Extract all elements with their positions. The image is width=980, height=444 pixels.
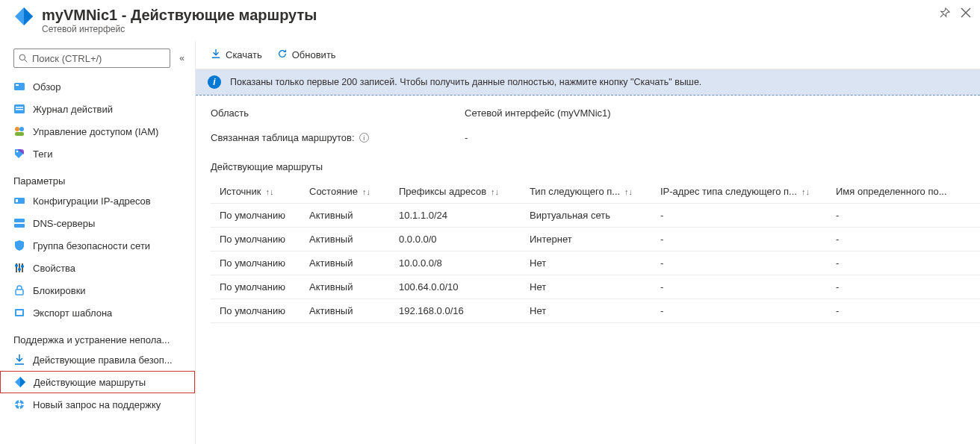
- section-settings: Параметры: [0, 165, 195, 190]
- sidebar-item-properties[interactable]: Свойства: [0, 257, 195, 279]
- resource-icon: [13, 6, 34, 27]
- column-header[interactable]: IP-адрес типа следующего п...↑↓: [651, 180, 827, 204]
- close-icon[interactable]: [961, 7, 971, 20]
- sidebar-item-activity[interactable]: Журнал действий: [0, 98, 195, 120]
- cell-nhip: -: [651, 204, 827, 228]
- cell-prefix: 100.64.0.0/10: [390, 275, 521, 299]
- table-row[interactable]: По умолчаниюАктивный192.168.0.0/16Нет--: [211, 299, 980, 323]
- refresh-label: Обновить: [292, 49, 336, 60]
- table-row[interactable]: По умолчаниюАктивный100.64.0.0/10Нет--: [211, 275, 980, 299]
- svg-point-22: [15, 264, 18, 267]
- svg-rect-4: [14, 83, 25, 90]
- dns-icon: [13, 217, 25, 229]
- cell-nhtype: Нет: [521, 251, 651, 275]
- pin-icon[interactable]: [940, 7, 950, 20]
- sidebar-item-label: Свойства: [33, 263, 75, 274]
- svg-point-13: [16, 151, 19, 153]
- routes-icon: [14, 376, 26, 388]
- sidebar-item-label: DNS-серверы: [33, 218, 95, 229]
- sidebar-item-iam[interactable]: Управление доступом (IAM): [0, 120, 195, 143]
- sidebar-item-routes[interactable]: Действующие маршруты: [0, 371, 195, 393]
- help-icon[interactable]: i: [359, 133, 369, 143]
- cell-prefix: 192.168.0.0/16: [390, 299, 521, 323]
- main-panel: Скачать Обновить i Показаны только первы…: [196, 41, 980, 444]
- sidebar-item-overview[interactable]: Обзор: [0, 75, 195, 98]
- svg-rect-18: [14, 224, 25, 228]
- cell-source: По умолчанию: [211, 275, 300, 299]
- sidebar-item-label: Управление доступом (IAM): [33, 126, 158, 137]
- cell-prefix: 0.0.0.0/0: [390, 228, 521, 251]
- svg-rect-25: [16, 290, 23, 295]
- toolbar: Скачать Обновить: [196, 41, 980, 69]
- search-input[interactable]: Поиск (CTRL+/): [13, 49, 170, 68]
- cell-state: Активный: [300, 275, 390, 299]
- sidebar-item-ipconfig[interactable]: Конфигурации IP-адресов: [0, 190, 195, 212]
- sidebar-item-locks[interactable]: Блокировки: [0, 279, 195, 301]
- svg-point-10: [19, 127, 24, 131]
- column-header[interactable]: Источник↑↓: [211, 180, 300, 204]
- cell-nhtype: Нет: [521, 275, 651, 299]
- sidebar-item-dns[interactable]: DNS-серверы: [0, 212, 195, 234]
- table-row[interactable]: По умолчаниюАктивный10.0.0.0/8Нет--: [211, 251, 980, 275]
- cell-name: -: [827, 228, 980, 251]
- info-icon: i: [208, 75, 221, 89]
- sec-rules-icon: [13, 354, 25, 366]
- sidebar-item-label: Конфигурации IP-адресов: [33, 196, 151, 207]
- column-header[interactable]: Префиксы адресов↑↓: [390, 180, 521, 204]
- cell-nhtype: Интернет: [521, 228, 651, 251]
- page-title: myVMNic1 - Действующие маршруты: [42, 6, 940, 24]
- cell-source: По умолчанию: [211, 228, 300, 251]
- svg-point-23: [18, 268, 21, 271]
- cell-name: -: [827, 299, 980, 323]
- cell-prefix: 10.1.1.0/24: [390, 204, 521, 228]
- cell-nhip: -: [651, 228, 827, 251]
- svg-line-3: [25, 60, 27, 62]
- svg-rect-17: [14, 219, 25, 222]
- column-header[interactable]: Состояние↑↓: [300, 180, 390, 204]
- sidebar-item-label: Журнал действий: [33, 104, 113, 115]
- support-icon: [13, 398, 25, 410]
- cell-source: По умолчанию: [211, 299, 300, 323]
- tags-icon: [13, 148, 25, 160]
- sidebar-item-sec-rules[interactable]: Действующие правила безоп...: [0, 348, 195, 371]
- svg-point-24: [21, 265, 24, 268]
- svg-rect-33: [19, 407, 20, 410]
- sidebar-item-label: Действующие маршруты: [34, 377, 146, 388]
- cell-source: По умолчанию: [211, 251, 300, 275]
- blade-header: myVMNic1 - Действующие маршруты Сетевой …: [0, 0, 980, 41]
- cell-state: Активный: [300, 204, 390, 228]
- table-row[interactable]: По умолчаниюАктивный10.1.1.0/24Виртуальн…: [211, 204, 980, 228]
- cell-name: -: [827, 204, 980, 228]
- info-message: Показаны только первые 200 записей. Чтоб…: [230, 77, 701, 87]
- routes-table: Источник↑↓Состояние↑↓Префиксы адресов↑↓Т…: [211, 180, 980, 323]
- cell-source: По умолчанию: [211, 204, 300, 228]
- sidebar-item-support[interactable]: Новый запрос на поддержку: [0, 393, 195, 416]
- search-icon: [19, 54, 28, 63]
- locks-icon: [13, 284, 25, 296]
- sidebar-item-export[interactable]: Экспорт шаблона: [0, 301, 195, 324]
- cell-state: Активный: [300, 299, 390, 323]
- download-button[interactable]: Скачать: [211, 49, 262, 61]
- download-label: Скачать: [226, 49, 262, 60]
- sidebar-item-tags[interactable]: Теги: [0, 143, 195, 165]
- table-row[interactable]: По умолчаниюАктивный0.0.0.0/0Интернет--: [211, 228, 980, 251]
- refresh-icon: [277, 49, 288, 61]
- cell-prefix: 10.0.0.0/8: [390, 251, 521, 275]
- cell-nhtype: Нет: [521, 299, 651, 323]
- properties-icon: [13, 262, 25, 274]
- sidebar-item-nsg[interactable]: Группа безопасности сети: [0, 234, 195, 257]
- table-title: Действующие маршруты: [196, 157, 980, 180]
- column-header[interactable]: Тип следующего п...↑↓: [521, 180, 651, 204]
- sidebar-item-label: Блокировки: [33, 285, 86, 296]
- column-header[interactable]: Имя определенного по...: [827, 180, 980, 204]
- svg-marker-1: [24, 7, 33, 25]
- refresh-button[interactable]: Обновить: [277, 49, 336, 61]
- sidebar-item-label: Группа безопасности сети: [33, 240, 150, 251]
- overview-icon: [13, 81, 25, 93]
- cell-nhtype: Виртуальная сеть: [521, 204, 651, 228]
- svg-rect-8: [16, 109, 23, 110]
- collapse-sidebar-icon[interactable]: «: [176, 53, 187, 63]
- sidebar-item-label: Обзор: [33, 81, 61, 93]
- nsg-icon: [13, 240, 25, 251]
- scope-value: Сетевой интерфейс (myVMNic1): [465, 107, 611, 119]
